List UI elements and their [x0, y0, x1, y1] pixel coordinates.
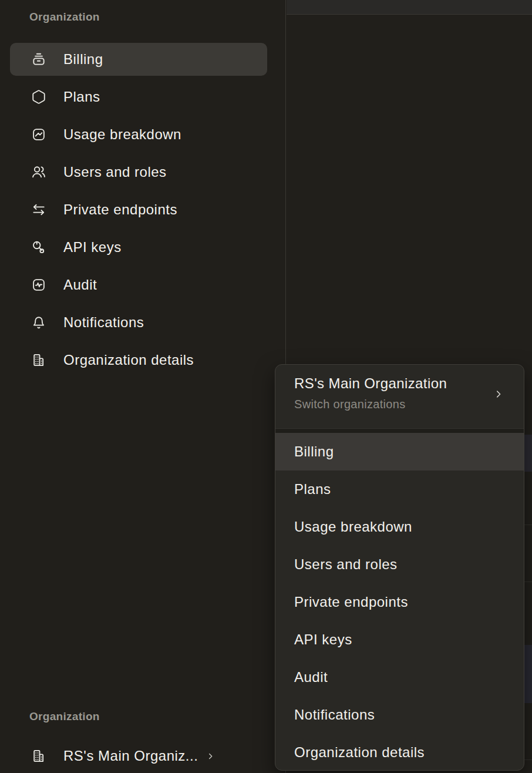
sidebar-org-switcher[interactable]: RS's Main Organiz... — [10, 737, 267, 773]
arrows-swap-icon — [31, 202, 46, 217]
users-icon — [31, 164, 46, 180]
popup-item-organization-details[interactable]: Organization details — [275, 734, 524, 771]
popup-menu: Billing Plans Usage breakdown Users and … — [275, 433, 524, 771]
popup-item-usage-breakdown[interactable]: Usage breakdown — [275, 508, 524, 546]
sidebar-item-label: API keys — [63, 239, 122, 256]
sidebar-item-label: Organization details — [63, 352, 194, 368]
popup-item-plans[interactable]: Plans — [275, 470, 524, 508]
popup-item-billing[interactable]: Billing — [275, 433, 524, 470]
sidebar-section-label: Organization — [29, 10, 100, 24]
popup-item-audit[interactable]: Audit — [275, 658, 524, 696]
popup-item-private-endpoints[interactable]: Private endpoints — [275, 583, 524, 621]
popup-divider — [275, 428, 524, 433]
sidebar: Organization Billing Pl — [0, 0, 286, 773]
popup-org-header[interactable]: RS's Main Organization Switch organizati… — [275, 365, 524, 428]
building-icon — [31, 352, 46, 368]
sidebar-item-plans[interactable]: Plans — [10, 78, 267, 116]
keys-icon — [31, 240, 46, 255]
sidebar-item-label: Billing — [63, 51, 103, 68]
app-root: Organization Billing Pl — [0, 0, 532, 773]
sidebar-item-label: Private endpoints — [63, 201, 177, 218]
popup-item-notifications[interactable]: Notifications — [275, 696, 524, 734]
sidebar-item-private-endpoints[interactable]: Private endpoints — [10, 191, 267, 228]
sidebar-item-label: Users and roles — [63, 164, 167, 180]
chevron-right-icon — [493, 389, 504, 399]
usage-chart-icon — [31, 127, 46, 142]
chevron-right-icon — [206, 752, 215, 761]
popup-item-api-keys[interactable]: API keys — [275, 621, 524, 658]
popup-item-users-and-roles[interactable]: Users and roles — [275, 546, 524, 583]
sidebar-item-notifications[interactable]: Notifications — [10, 304, 267, 341]
sidebar-item-api-keys[interactable]: API keys — [10, 228, 267, 266]
sidebar-item-label: Plans — [63, 89, 100, 105]
main-topbar — [287, 0, 532, 15]
sidebar-item-label: Usage breakdown — [63, 126, 181, 143]
sidebar-item-label: Notifications — [63, 314, 144, 331]
popup-org-title: RS's Main Organization — [294, 374, 489, 393]
hexagon-icon — [31, 89, 46, 105]
sidebar-footer-section-label: Organization — [29, 710, 100, 724]
bell-icon — [31, 315, 46, 330]
sidebar-item-users-and-roles[interactable]: Users and roles — [10, 153, 267, 191]
sidebar-item-organization-details[interactable]: Organization details — [10, 341, 267, 379]
org-menu-popup: RS's Main Organization Switch organizati… — [275, 364, 524, 771]
sidebar-item-billing[interactable]: Billing — [10, 43, 267, 76]
popup-org-subtitle: Switch organizations — [294, 396, 489, 412]
billing-archive-icon — [31, 52, 46, 67]
sidebar-item-audit[interactable]: Audit — [10, 266, 267, 304]
sidebar-nav: Billing Plans Usage breakdown — [10, 41, 267, 379]
sidebar-item-label: Audit — [63, 277, 97, 293]
building-icon — [31, 748, 46, 764]
audit-activity-icon — [31, 277, 46, 293]
sidebar-item-usage-breakdown[interactable]: Usage breakdown — [10, 116, 267, 153]
sidebar-org-switcher-label: RS's Main Organiz... — [63, 748, 198, 764]
